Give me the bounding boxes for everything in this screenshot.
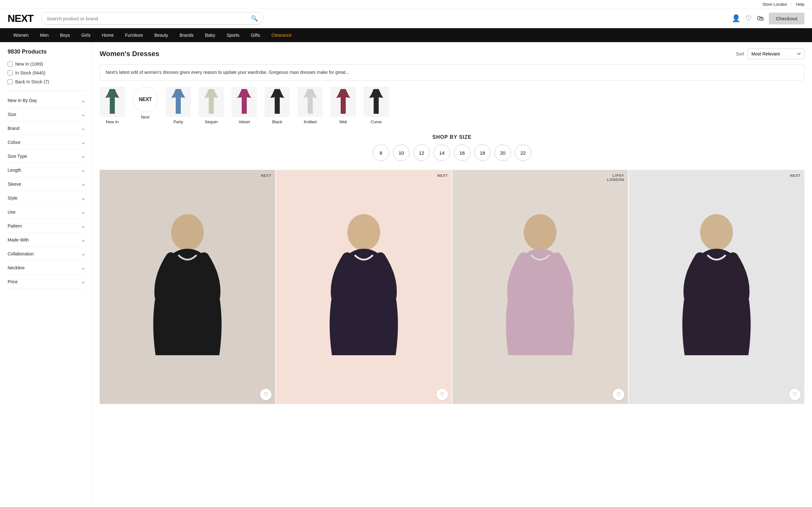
wishlist-button-2[interactable]: ♡ [613, 389, 624, 400]
size-button-10[interactable]: 10 [393, 145, 409, 161]
size-button-18[interactable]: 18 [474, 145, 491, 161]
chevron-down-icon: ⌄ [81, 195, 85, 201]
product-card-3[interactable]: NEXT ♡ [629, 170, 804, 404]
nav-item-clearance[interactable]: Clearance [266, 28, 298, 42]
filter-item-colour[interactable]: Colour ⌄ [8, 135, 85, 149]
svg-point-2 [524, 214, 556, 250]
chevron-down-icon: ⌄ [81, 181, 85, 187]
category-label-sequin: Sequin [205, 119, 217, 124]
nav-item-baby[interactable]: Baby [199, 28, 221, 42]
category-item-curve[interactable]: Curve [363, 87, 389, 124]
filter-item-length[interactable]: Length ⌄ [8, 163, 85, 177]
main-container: 9830 Products New In (1069) In Stock (94… [0, 42, 812, 502]
filter-item-size-type[interactable]: Size Type ⌄ [8, 149, 85, 163]
nav-item-boys[interactable]: Boys [54, 28, 75, 42]
filter-item-use[interactable]: Use ⌄ [8, 205, 85, 219]
filter-item-style[interactable]: Style ⌄ [8, 191, 85, 205]
filter-item-price[interactable]: Price ⌄ [8, 275, 85, 289]
chevron-down-icon: ⌄ [81, 111, 85, 117]
category-item-midi[interactable]: Midi [331, 87, 356, 124]
filter-label: New In By Day [8, 98, 37, 103]
category-label-party: Party [173, 119, 183, 124]
product-brand-3: NEXT [790, 174, 801, 178]
description-box: Next's latest edit of women's dresses gi… [100, 64, 804, 80]
checkbox-input-in-stock[interactable] [8, 70, 13, 75]
chevron-down-icon: ⌄ [81, 223, 85, 229]
dress-svg [235, 89, 254, 115]
dress-svg [301, 89, 320, 115]
header-icons: 👤 ♡ 🛍 Checkout [732, 13, 804, 24]
product-card-0[interactable]: NEXT ♡ [100, 170, 275, 404]
content-header: Women's Dresses Sort Most RelevantPrice … [100, 49, 804, 59]
category-item-knitted[interactable]: Knitted [298, 87, 323, 124]
size-button-14[interactable]: 14 [434, 145, 450, 161]
size-button-20[interactable]: 20 [495, 145, 511, 161]
logo[interactable]: NEXT [8, 13, 36, 24]
filter-list: New In By Day ⌄Size ⌄Brand ⌄Colour ⌄Size… [8, 94, 85, 289]
checkbox-new-in[interactable]: New In (1069) [8, 61, 85, 66]
product-card-1[interactable]: NEXT ♡ [276, 170, 452, 404]
product-dress-svg-2 [478, 205, 602, 369]
nav-item-sports[interactable]: Sports [221, 28, 245, 42]
filter-item-made-with[interactable]: Made With ⌄ [8, 233, 85, 247]
size-button-12[interactable]: 12 [413, 145, 430, 161]
filter-item-neckline[interactable]: Neckline ⌄ [8, 261, 85, 275]
svg-point-0 [171, 214, 204, 250]
nav-item-brands[interactable]: Brands [174, 28, 199, 42]
next-logo-text: NEXT [139, 97, 152, 102]
wishlist-button-1[interactable]: ♡ [437, 389, 448, 400]
product-brand-0: NEXT [261, 174, 271, 178]
nav-item-furniture[interactable]: Furniture [119, 28, 148, 42]
filter-item-pattern[interactable]: Pattern ⌄ [8, 219, 85, 233]
filter-item-brand[interactable]: Brand ⌄ [8, 121, 85, 135]
checkbox-input-back-in-stock[interactable] [8, 79, 13, 84]
sort-label: Sort [736, 51, 744, 56]
wishlist-button-0[interactable]: ♡ [260, 389, 271, 400]
category-item-new in[interactable]: New In [100, 87, 125, 124]
nav-item-home[interactable]: Home [96, 28, 119, 42]
checkout-button[interactable]: Checkout [769, 13, 804, 24]
filter-label: Pattern [8, 223, 22, 228]
nav-item-gifts[interactable]: Gifts [245, 28, 266, 42]
dress-svg [169, 89, 188, 115]
search-bar[interactable]: 🔍 [41, 12, 263, 25]
nav-item-beauty[interactable]: Beauty [149, 28, 174, 42]
category-item-next[interactable]: NEXT Next [133, 87, 158, 124]
product-brand-1: NEXT [438, 174, 448, 178]
size-button-16[interactable]: 16 [454, 145, 470, 161]
nav-item-men[interactable]: Men [34, 28, 54, 42]
filter-label: Use [8, 210, 15, 215]
category-item-black[interactable]: Black [264, 87, 290, 124]
product-image-0: NEXT [100, 170, 275, 404]
bag-icon[interactable]: 🛍 [757, 14, 764, 22]
search-input[interactable] [47, 16, 248, 21]
checkbox-back-in-stock[interactable]: Back In Stock (7) [8, 79, 85, 84]
filter-item-sleeve[interactable]: Sleeve ⌄ [8, 177, 85, 191]
checkbox-input-new-in[interactable] [8, 61, 13, 66]
category-label-black: Black [272, 119, 282, 124]
nav-item-women[interactable]: Women [8, 28, 34, 42]
nav-item-girls[interactable]: Girls [75, 28, 96, 42]
sort-select[interactable]: Most RelevantPrice Low to HighPrice High… [747, 49, 804, 59]
filter-item-size[interactable]: Size ⌄ [8, 107, 85, 121]
category-item-velvet[interactable]: Velvet [232, 87, 257, 124]
account-icon[interactable]: 👤 [732, 14, 740, 22]
category-item-party[interactable]: Party [165, 87, 191, 124]
dress-svg [367, 89, 386, 115]
product-card-2[interactable]: LIPSYLONDON ♡ [452, 170, 628, 404]
product-image-2: LIPSYLONDON [452, 170, 628, 404]
filter-label: Colour [8, 140, 20, 145]
store-locator-link[interactable]: Store Locator [763, 2, 787, 7]
help-link[interactable]: Help [796, 2, 804, 7]
category-img-velvet [232, 87, 257, 117]
category-item-sequin[interactable]: Sequin [199, 87, 224, 124]
wishlist-button-3[interactable]: ♡ [789, 389, 801, 400]
dress-svg [334, 89, 353, 115]
filter-item-new-in-by-day[interactable]: New In By Day ⌄ [8, 94, 85, 107]
wishlist-icon[interactable]: ♡ [745, 14, 752, 22]
checkbox-in-stock[interactable]: In Stock (9440) [8, 70, 85, 75]
size-button-8[interactable]: 8 [373, 145, 389, 161]
filter-item-collaboration[interactable]: Collaboration ⌄ [8, 247, 85, 261]
category-img-midi [331, 87, 356, 117]
size-button-22[interactable]: 22 [515, 145, 531, 161]
